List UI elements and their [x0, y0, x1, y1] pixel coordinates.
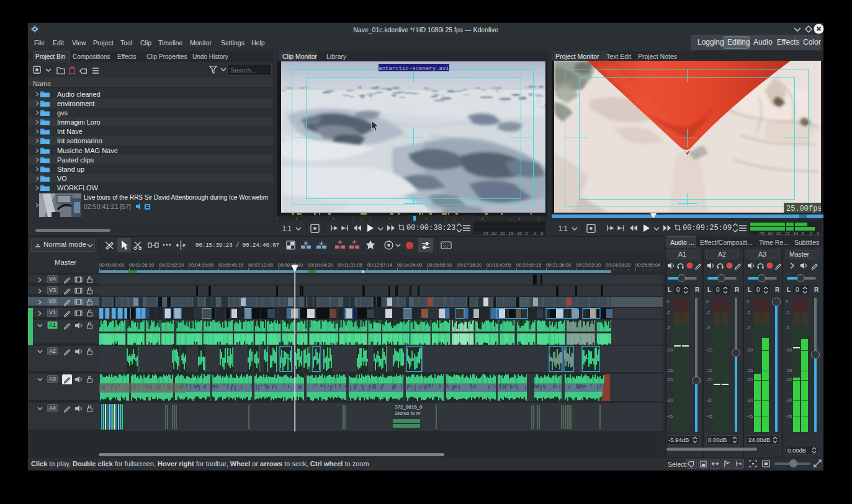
svg-text:00:18:43:05: 00:18:43:05: [487, 262, 511, 268]
svg-text:00:25:55:04: 00:25:55:04: [635, 262, 660, 268]
svg-text:00:11:31:05: 00:11:31:05: [338, 262, 362, 268]
svg-text:00:01:26:10: 00:01:26:10: [129, 262, 154, 268]
svg-text:00:15:50:10: 00:15:50:10: [427, 262, 452, 268]
svg-text:antarctic-scenery.avi: antarctic-scenery.avi: [379, 66, 449, 72]
svg-text:00:23:02:10: 00:23:02:10: [576, 262, 601, 268]
svg-text:00:02:52:20: 00:02:52:20: [159, 262, 184, 268]
svg-text:00:08:38:10: 00:08:38:10: [278, 262, 303, 268]
svg-text:372_8616_0: 372_8616_0: [395, 404, 423, 410]
svg-text:00:05:45:15: 00:05:45:15: [218, 262, 243, 268]
svg-text:Stereo to m: Stereo to m: [395, 410, 421, 416]
svg-text:00:24:28:20: 00:24:28:20: [606, 262, 630, 268]
svg-text:00:20:09:15: 00:20:09:15: [516, 262, 541, 268]
svg-text:00:10:04:20: 00:10:04:20: [308, 262, 333, 268]
svg-text:00:17:16:20: 00:17:16:20: [457, 262, 482, 268]
svg-text:00:00:00:00: 00:00:00:00: [99, 262, 124, 268]
svg-text:00:07:12:00: 00:07:12:00: [248, 262, 273, 268]
svg-text:00:14:24:00: 00:14:24:00: [397, 262, 422, 268]
svg-text:25.00fps: 25.00fps: [786, 205, 821, 213]
svg-text:00:12:57:14: 00:12:57:14: [367, 262, 392, 268]
svg-text:00:21:36:00: 00:21:36:00: [546, 262, 571, 268]
svg-text:00:04:19:05: 00:04:19:05: [189, 262, 213, 268]
